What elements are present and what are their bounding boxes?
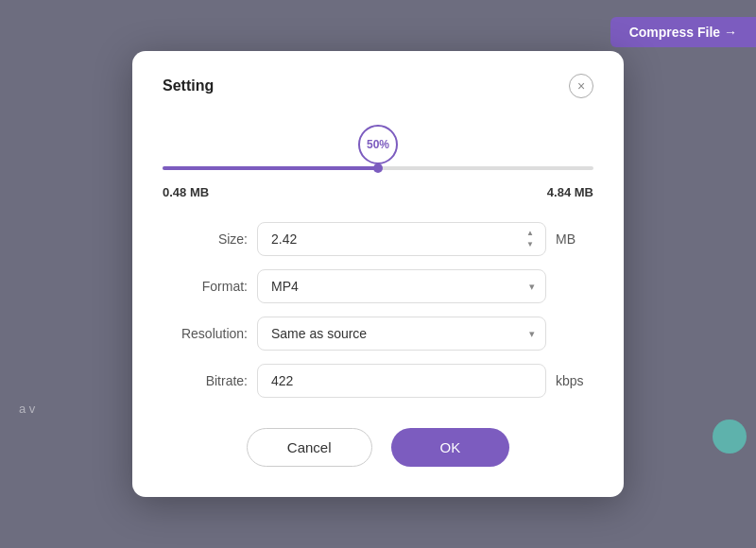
size-row: Size: ▲ ▼ MB: [163, 222, 593, 256]
settings-form: Size: ▲ ▼ MB Format: MP4 AVI MOV MKV ▾: [163, 222, 593, 398]
size-label: Size:: [163, 231, 248, 247]
resolution-row: Resolution: Same as source 1080p 720p 48…: [163, 317, 593, 351]
size-spinners: ▲ ▼: [524, 229, 537, 249]
slider-container[interactable]: 50%: [163, 125, 593, 178]
bitrate-unit: kbps: [556, 373, 593, 388]
cancel-button[interactable]: Cancel: [247, 428, 372, 467]
resolution-select-wrapper: Same as source 1080p 720p 480p ▾: [257, 317, 546, 351]
size-input-wrapper: ▲ ▼: [257, 222, 546, 256]
cancel-label: Cancel: [287, 439, 332, 455]
format-select-wrapper: MP4 AVI MOV MKV ▾: [257, 269, 546, 303]
slider-thumb-label: 50%: [358, 125, 398, 164]
ok-button[interactable]: OK: [391, 428, 510, 467]
size-decrement[interactable]: ▼: [524, 240, 537, 249]
close-icon: ×: [577, 79, 585, 93]
compress-file-label: Compress File →: [629, 25, 737, 40]
size-unit: MB: [556, 231, 593, 247]
dialog-header: Setting ×: [163, 74, 593, 98]
size-input[interactable]: [257, 222, 546, 256]
slider-fill: [163, 166, 378, 170]
slider-max-label: 4.84 MB: [547, 185, 593, 199]
close-button[interactable]: ×: [569, 74, 593, 98]
compress-file-button[interactable]: Compress File →: [610, 17, 756, 47]
dialog-title: Setting: [163, 77, 214, 94]
format-select[interactable]: MP4 AVI MOV MKV: [257, 269, 546, 303]
dialog-footer: Cancel OK: [163, 428, 593, 467]
slider-dot: [373, 163, 383, 173]
bg-text-left: a v: [19, 402, 35, 416]
resolution-label: Resolution:: [163, 326, 248, 341]
slider-range-labels: 0.48 MB 4.84 MB: [163, 185, 593, 199]
slider-min-label: 0.48 MB: [163, 185, 209, 199]
settings-dialog: Setting × 50% 0.48 MB 4.84 MB Size:: [132, 51, 624, 497]
resolution-select[interactable]: Same as source 1080p 720p 480p: [257, 317, 546, 351]
size-increment[interactable]: ▲: [524, 229, 537, 238]
slider-track[interactable]: [163, 166, 593, 170]
bitrate-input[interactable]: [257, 364, 546, 398]
ok-label: OK: [440, 439, 461, 455]
format-row: Format: MP4 AVI MOV MKV ▾: [163, 269, 593, 303]
format-label: Format:: [163, 279, 248, 294]
compression-slider-section: 50% 0.48 MB 4.84 MB: [163, 125, 593, 199]
bitrate-input-wrapper: [257, 364, 546, 398]
bitrate-label: Bitrate:: [163, 373, 248, 388]
bitrate-row: Bitrate: kbps: [163, 364, 593, 398]
bg-decorative-circle: [713, 420, 747, 454]
